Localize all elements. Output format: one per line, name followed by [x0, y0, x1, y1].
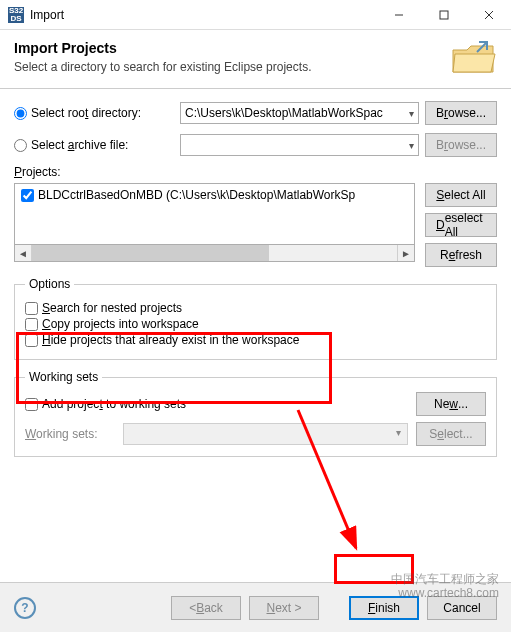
projects-scrollbar[interactable]: ◄ ► [14, 245, 415, 262]
projects-list[interactable]: BLDCctrlBasedOnMBD (C:\Users\k\Desktop\M… [14, 183, 415, 245]
svg-marker-5 [453, 54, 495, 72]
copy-projects-checkbox[interactable]: Copy projects into workspace [25, 317, 486, 331]
browse-archive-button: Browse... [425, 133, 497, 157]
back-button: < Back [171, 596, 241, 620]
import-folder-icon [449, 38, 497, 81]
chevron-down-icon: ▾ [409, 140, 414, 151]
root-directory-combo[interactable]: C:\Users\k\Desktop\MatlabWorkSpac ▾ [180, 102, 419, 124]
project-item-checkbox[interactable] [21, 189, 34, 202]
options-group: Options Search for nested projects Copy … [14, 277, 497, 360]
root-directory-radio[interactable]: Select root directory: [14, 106, 174, 120]
root-directory-row: Select root directory: C:\Users\k\Deskto… [14, 101, 497, 125]
svg-rect-1 [440, 11, 448, 19]
app-icon: S32 DS [8, 7, 24, 23]
options-legend: Options [25, 277, 74, 291]
archive-file-row: Select archive file: ▾ Browse... [14, 133, 497, 157]
archive-file-radio-input[interactable] [14, 139, 27, 152]
cancel-button[interactable]: Cancel [427, 596, 497, 620]
refresh-button[interactable]: Refresh [425, 243, 497, 267]
select-all-button[interactable]: Select All [425, 183, 497, 207]
scroll-left-icon[interactable]: ◄ [15, 245, 32, 261]
banner-subheading: Select a directory to search for existin… [14, 60, 497, 74]
working-sets-label: Working sets: [25, 427, 115, 441]
window-title: Import [30, 8, 376, 22]
maximize-button[interactable] [421, 0, 466, 29]
select-working-sets-button: Select... [416, 422, 486, 446]
hide-existing-checkbox[interactable]: Hide projects that already exist in the … [25, 333, 486, 347]
scroll-thumb[interactable] [32, 245, 269, 261]
content: Select root directory: C:\Users\k\Deskto… [0, 89, 511, 457]
root-directory-value: C:\Users\k\Desktop\MatlabWorkSpac [185, 106, 383, 120]
add-to-working-sets-checkbox[interactable]: Add project to working sets [25, 397, 410, 411]
window-buttons [376, 0, 511, 29]
browse-root-button[interactable]: Browse... [425, 101, 497, 125]
banner: Import Projects Select a directory to se… [0, 30, 511, 89]
working-sets-legend: Working sets [25, 370, 102, 384]
scroll-track[interactable] [32, 245, 397, 261]
root-directory-radio-input[interactable] [14, 107, 27, 120]
archive-file-radio[interactable]: Select archive file: [14, 138, 174, 152]
titlebar: S32 DS Import [0, 0, 511, 30]
deselect-all-button[interactable]: Deselect All [425, 213, 497, 237]
annotation-box-finish [334, 554, 414, 584]
help-icon[interactable]: ? [14, 597, 36, 619]
archive-file-input: ▾ [180, 134, 419, 156]
next-button: Next > [249, 596, 319, 620]
working-sets-group: Working sets Add project to working sets… [14, 370, 497, 457]
projects-area: BLDCctrlBasedOnMBD (C:\Users\k\Desktop\M… [14, 183, 497, 267]
footer: ? < Back Next > Finish Cancel [0, 582, 511, 632]
project-item-label: BLDCctrlBasedOnMBD (C:\Users\k\Desktop\M… [38, 188, 355, 202]
project-item[interactable]: BLDCctrlBasedOnMBD (C:\Users\k\Desktop\M… [21, 188, 408, 202]
search-nested-checkbox[interactable]: Search for nested projects [25, 301, 486, 315]
scroll-right-icon[interactable]: ► [397, 245, 414, 261]
new-working-set-button[interactable]: New... [416, 392, 486, 416]
banner-heading: Import Projects [14, 40, 497, 56]
working-sets-row: Working sets: Select... [25, 422, 486, 446]
finish-button[interactable]: Finish [349, 596, 419, 620]
working-sets-select [123, 423, 408, 445]
projects-label: Projects: [14, 165, 497, 179]
minimize-button[interactable] [376, 0, 421, 29]
chevron-down-icon: ▾ [409, 108, 414, 119]
close-button[interactable] [466, 0, 511, 29]
